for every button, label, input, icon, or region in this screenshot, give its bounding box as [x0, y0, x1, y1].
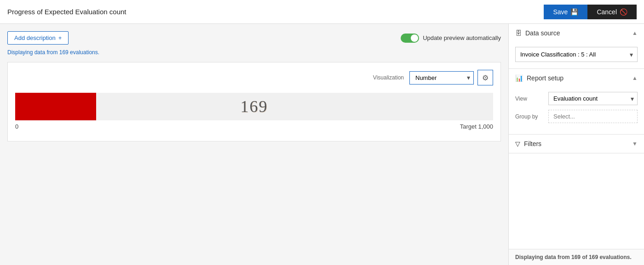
datasource-select[interactable]: Invoice Classification : 5 : All [515, 47, 638, 62]
update-preview-label: Update preview automatically [423, 34, 501, 41]
data-source-label: Data source [525, 29, 560, 37]
plus-icon: + [58, 34, 62, 41]
data-source-header-left: 🗄 Data source [515, 29, 560, 37]
group-by-label: Group by [515, 113, 548, 120]
view-row: View Evaluation count [515, 92, 638, 105]
data-info: Displaying data from 169 evaluations. [7, 49, 501, 56]
viz-controls: Visualization Number ⚙ [15, 70, 493, 85]
data-source-content: Invoice Classification : 5 : All [509, 42, 644, 68]
filters-section: ▽ Filters ▼ [509, 135, 644, 153]
group-by-input[interactable] [548, 110, 638, 123]
filters-label: Filters [524, 140, 541, 147]
database-icon: 🗄 [515, 29, 522, 37]
view-label: View [515, 96, 548, 102]
view-select-wrapper: Evaluation count [548, 92, 638, 105]
report-setup-chevron: ▲ [632, 75, 638, 81]
progress-container: 169 0 Target 1,000 [15, 93, 493, 130]
filters-header[interactable]: ▽ Filters ▼ [509, 135, 644, 153]
chart-icon: 📊 [515, 74, 523, 82]
view-select[interactable]: Evaluation count [548, 92, 638, 105]
add-description-button[interactable]: Add description + [7, 31, 69, 45]
group-by-row: Group by [515, 110, 638, 123]
report-setup-header-left: 📊 Report setup [515, 74, 564, 82]
data-info-before: Displaying data from [7, 49, 59, 56]
bottom-info: Displaying data from 169 of 169 evaluati… [509, 249, 644, 265]
save-label: Save [553, 8, 568, 16]
report-setup-section: 📊 Report setup ▲ View Evaluation count [509, 69, 644, 135]
viz-label: Visualization [373, 74, 404, 81]
progress-target-label: Target 1,000 [460, 123, 493, 130]
report-setup-header[interactable]: 📊 Report setup ▲ [509, 69, 644, 87]
data-source-chevron: ▲ [632, 30, 638, 36]
visualization-section: Visualization Number ⚙ 169 0 T [7, 62, 501, 141]
viz-type-wrapper: Number [409, 71, 474, 85]
main-panel: Add description + Update preview automat… [0, 24, 508, 265]
viz-gear-button[interactable]: ⚙ [477, 70, 493, 85]
progress-min-label: 0 [15, 123, 18, 130]
save-button[interactable]: Save 💾 [544, 5, 587, 19]
progress-bar-fill [15, 93, 96, 120]
data-source-section: 🗄 Data source ▲ Invoice Classification :… [509, 24, 644, 69]
add-description-label: Add description [14, 34, 56, 41]
content-area: Add description + Update preview automat… [0, 24, 644, 265]
cancel-button[interactable]: Cancel 🚫 [587, 5, 637, 19]
report-setup-content: View Evaluation count Group by [509, 87, 644, 134]
datasource-select-wrapper: Invoice Classification : 5 : All [515, 47, 638, 62]
right-panel: 🗄 Data source ▲ Invoice Classification :… [508, 24, 644, 265]
filters-left: ▽ Filters [515, 140, 541, 147]
report-setup-label: Report setup [527, 74, 564, 82]
cancel-label: Cancel [597, 8, 617, 16]
toolbar-row: Add description + Update preview automat… [7, 31, 501, 45]
gear-icon: ⚙ [482, 73, 489, 82]
update-preview-row: Update preview automatically [401, 34, 501, 43]
data-source-header[interactable]: 🗄 Data source ▲ [509, 24, 644, 42]
bottom-info-text: Displaying data from 169 of 169 evaluati… [515, 254, 632, 260]
save-icon: 💾 [570, 8, 578, 16]
viz-type-select[interactable]: Number [409, 71, 474, 85]
cancel-icon: 🚫 [620, 8, 627, 16]
filters-chevron: ▼ [632, 141, 638, 147]
top-bar-actions: Save 💾 Cancel 🚫 [544, 5, 637, 19]
progress-value: 169 [241, 97, 268, 116]
data-info-count: 169 [59, 49, 69, 56]
progress-labels: 0 Target 1,000 [15, 123, 493, 130]
data-info-after: evaluations. [69, 49, 99, 56]
filter-icon: ▽ [515, 140, 520, 147]
page-title: Progress of Expected Evaluation count [7, 8, 126, 16]
top-bar: Progress of Expected Evaluation count Sa… [0, 0, 644, 24]
update-preview-toggle[interactable] [401, 34, 419, 43]
progress-bar-wrapper: 169 [15, 93, 493, 120]
